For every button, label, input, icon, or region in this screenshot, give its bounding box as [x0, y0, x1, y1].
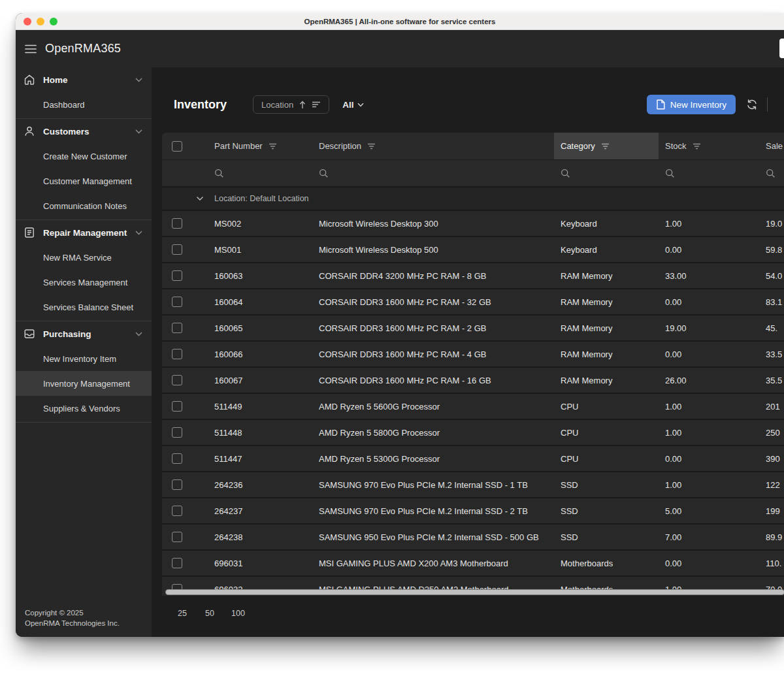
sort-by-location-button[interactable]: Location — [253, 95, 329, 114]
column-header-stock[interactable]: Stock — [659, 133, 758, 159]
search-icon — [214, 169, 224, 178]
cell-sale: 89.9 — [758, 525, 784, 549]
cell-description: Microsoft Wireless Desktop 300 — [312, 211, 554, 236]
search-sale[interactable] — [758, 160, 784, 186]
cell-description: AMD Ryzen 5 5600G Processor — [312, 394, 554, 419]
row-checkbox[interactable] — [172, 297, 182, 307]
column-header-description[interactable]: Description — [312, 133, 554, 159]
table-row[interactable]: 160064 CORSAIR DDR3 1600 MHz PC RAM - 32… — [162, 289, 784, 316]
select-all-checkbox[interactable] — [172, 141, 182, 152]
clipboard-list-icon — [24, 227, 35, 238]
row-checkbox[interactable] — [172, 506, 182, 516]
table-row[interactable]: MS001 Microsoft Wireless Desktop 500 Key… — [162, 237, 784, 263]
sidebar-section-label: Home — [43, 75, 135, 85]
minimize-window-button[interactable] — [37, 18, 44, 25]
column-header-part-number[interactable]: Part Number — [208, 133, 312, 159]
table-row[interactable]: 160067 CORSAIR DDR3 1600 MHz PC RAM - 16… — [162, 368, 784, 394]
sidebar-section-repair-management[interactable]: Repair Management — [16, 220, 152, 245]
toolbar-divider — [767, 97, 768, 112]
table-row[interactable]: 160066 CORSAIR DDR3 1600 MHz PC RAM - 4 … — [162, 342, 784, 368]
cell-part-number: 511448 — [208, 420, 312, 445]
new-inventory-button[interactable]: New Inventory — [647, 95, 736, 114]
sidebar-section-home[interactable]: Home — [16, 67, 152, 92]
hamburger-menu-icon[interactable] — [25, 44, 37, 54]
table-row[interactable]: 511449 AMD Ryzen 5 5600G Processor CPU 1… — [162, 394, 784, 420]
inbox-icon — [24, 328, 35, 340]
table-row[interactable]: 511448 AMD Ryzen 5 5800G Processor CPU 1… — [162, 420, 784, 446]
cell-stock: 0.00 — [659, 446, 758, 471]
table-row[interactable]: 696031 MSI GAMING PLUS AMD X200 AM3 Moth… — [162, 551, 784, 577]
table-row[interactable]: 264237 SAMSUNG 970 Evo Plus PCIe M.2 Int… — [162, 498, 784, 525]
row-checkbox[interactable] — [172, 375, 182, 385]
refresh-icon[interactable] — [745, 98, 759, 111]
row-checkbox[interactable] — [172, 532, 182, 542]
header-filter-icon[interactable] — [601, 143, 610, 150]
search-category[interactable] — [554, 160, 659, 186]
sidebar-item-dashboard[interactable]: Dashboard — [16, 92, 152, 117]
sidebar-item-inventory-management[interactable]: Inventory Management — [16, 371, 152, 396]
column-header-sale[interactable]: Sale — [758, 133, 784, 159]
row-checkbox[interactable] — [172, 323, 182, 333]
cell-description: AMD Ryzen 5 5300G Processor — [312, 446, 554, 471]
search-stock[interactable] — [659, 160, 758, 186]
row-checkbox[interactable] — [172, 453, 182, 464]
row-checkbox[interactable] — [172, 244, 182, 255]
sidebar-item-label: New RMA Service — [43, 253, 112, 263]
group-row-default-location[interactable]: Location: Default Location — [162, 187, 784, 211]
page-size-100[interactable]: 100 — [231, 609, 245, 618]
row-checkbox[interactable] — [172, 401, 182, 412]
row-checkbox[interactable] — [172, 218, 182, 229]
sidebar-section-purchasing[interactable]: Purchasing — [16, 321, 152, 346]
header-cutoff-button[interactable] — [779, 39, 784, 58]
column-header-category[interactable]: Category — [554, 133, 659, 159]
sidebar-item-label: Dashboard — [43, 100, 85, 110]
zoom-window-button[interactable] — [50, 18, 57, 25]
search-part-number[interactable] — [208, 160, 312, 186]
cell-sale: 110. — [758, 551, 784, 575]
row-checkbox[interactable] — [172, 349, 182, 359]
table-row[interactable]: 511447 AMD Ryzen 5 5300G Processor CPU 0… — [162, 446, 784, 472]
row-checkbox[interactable] — [172, 270, 182, 281]
search-icon — [665, 169, 675, 178]
cell-sale: 33.5 — [758, 342, 784, 366]
cell-sale: 54.0 — [758, 263, 784, 288]
cell-category: RAM Memory — [554, 289, 659, 314]
table-row[interactable]: 264236 SAMSUNG 970 Evo Plus PCIe M.2 Int… — [162, 472, 784, 498]
horizontal-scrollbar[interactable] — [166, 590, 784, 594]
sidebar-item-suppliers-vendors[interactable]: Suppliers & Vendors — [16, 396, 152, 421]
app-title: OpenRMA365 — [45, 42, 121, 56]
table-row[interactable]: 160063 CORSAIR DDR4 3200 MHz PC RAM - 8 … — [162, 263, 784, 289]
row-checkbox[interactable] — [172, 479, 182, 490]
sidebar-item-customer-management[interactable]: Customer Management — [16, 169, 152, 193]
row-checkbox[interactable] — [172, 427, 182, 438]
header-filter-icon[interactable] — [367, 143, 376, 150]
chevron-down-icon[interactable] — [196, 196, 204, 201]
table-row[interactable]: 264238 SAMSUNG 950 Evo Plus PCIe M.2 Int… — [162, 525, 784, 551]
header-filter-icon[interactable] — [693, 143, 701, 150]
cell-description: CORSAIR DDR3 1600 MHz PC RAM - 4 GB — [312, 342, 554, 366]
sidebar-item-create-new-customer[interactable]: Create New Customer — [16, 144, 152, 169]
sidebar-item-services-balance-sheet[interactable]: Services Balance Sheet — [16, 295, 152, 319]
cell-category: RAM Memory — [554, 368, 659, 393]
cell-sale: 35.5 — [758, 368, 784, 393]
sidebar-item-new-rma-service[interactable]: New RMA Service — [16, 245, 152, 270]
header-filter-icon[interactable] — [269, 143, 277, 150]
row-checkbox[interactable] — [172, 558, 182, 568]
main-content: Inventory Location All — [152, 67, 784, 637]
page-size-50[interactable]: 50 — [204, 609, 216, 618]
sidebar-item-services-management[interactable]: Services Management — [16, 270, 152, 295]
table-row[interactable]: 160065 CORSAIR DDR3 1600 MHz PC RAM - 2 … — [162, 316, 784, 342]
chevron-down-icon — [135, 129, 142, 134]
sidebar-item-communication-notes[interactable]: Communication Notes — [16, 193, 152, 218]
cell-part-number: 160063 — [208, 263, 312, 288]
table-row[interactable]: MS002 Microsoft Wireless Desktop 300 Key… — [162, 211, 784, 237]
search-description[interactable] — [312, 160, 554, 186]
sidebar-section-customers[interactable]: Customers — [16, 119, 152, 144]
cell-part-number: 264237 — [208, 498, 312, 523]
page-size-25[interactable]: 25 — [176, 609, 188, 618]
cell-category: RAM Memory — [554, 342, 659, 366]
titlebar[interactable]: OpenRMA365 | All-in-one software for ser… — [16, 13, 784, 30]
sidebar-item-new-inventory-item[interactable]: New Inventory Item — [16, 346, 152, 371]
filter-all-dropdown[interactable]: All — [342, 100, 364, 110]
close-window-button[interactable] — [24, 18, 31, 25]
